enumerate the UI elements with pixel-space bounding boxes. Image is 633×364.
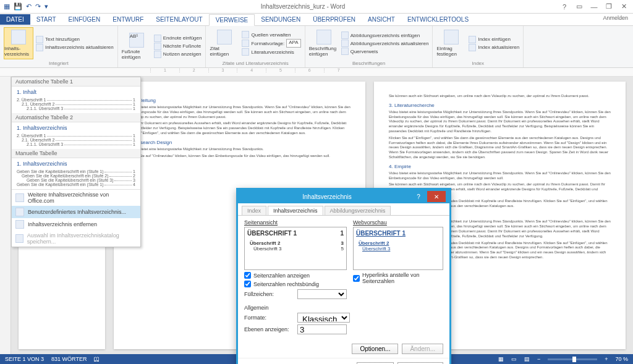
restore-icon[interactable]: ❐ [602,1,616,12]
page-indicator[interactable]: SEITE 1 VON 3 [5,356,44,362]
add-text-button[interactable]: Text hinzufügen [36,36,114,43]
tab-datei[interactable]: DATEI [0,14,30,25]
tab-ansicht[interactable]: ANSICHT [362,14,401,25]
ruler: ⋮ 1 ⋮ 2 ⋮ 3 ⋮ 4 ⋮ 5 ⋮ 6 ⋮ 7 [0,68,633,77]
modify-button: Ändern... [402,344,443,354]
undo-icon[interactable]: ↶ [26,2,32,11]
web-preview-box: ÜBERSCHRIFT 1 Überschrift 2 Überschrift … [353,227,443,270]
custom-toc-icon [15,208,24,216]
tab-entwickler[interactable]: ENTWICKLERTOOLS [401,14,475,25]
levels-spinner[interactable] [297,324,347,334]
word-icon: ▦ [4,2,10,11]
tab-sendungen[interactable]: SENDUNGEN [255,14,307,25]
next-footnote-button[interactable]: Nächste Fußnote [154,43,202,50]
word-count[interactable]: 831 WÖRTER [51,356,87,362]
group-label-toc: Integriert [4,59,114,66]
ribbon-tabs: DATEI START EINFÜGEN ENTWURF SEITENLAYOU… [0,14,633,26]
dlg-tab-fig[interactable]: Abbildungsverzeichnis [325,206,391,215]
custom-toc-item[interactable]: Benutzerdefiniertes Inhaltsverzeichnis..… [12,206,140,218]
zoom-value[interactable]: 70 % [615,356,628,362]
remove-toc-item[interactable]: Inhaltsverzeichnis entfernen [12,218,140,231]
toc-dialog: Inhaltsverzeichnis ? ✕ Index Inhaltsverz… [236,188,451,364]
caption-button[interactable]: Beschriftung einfügen [309,27,339,59]
gallery-header-auto2: Automatische Tabelle 2 [12,113,140,122]
style-combo[interactable]: Formatvorlage: APA [242,39,300,48]
left-margin-bar [0,77,11,354]
redo-icon[interactable]: ↷ [35,2,41,11]
dlg-tab-toc[interactable]: Inhaltsverzeichnis [268,206,323,215]
window-title: Inhaltsverzeichnis_kurz - Word [48,3,558,10]
fillchar-select[interactable] [297,289,347,299]
gallery-header-auto1: Automatische Tabelle 1 [12,77,140,87]
crossref-button[interactable]: Querverweis [341,48,429,55]
titlebar: ▦ 💾 ↶ ↷ ▾ Inhaltsverzeichnis_kurz - Word… [0,0,633,14]
dialog-close-icon[interactable]: ✕ [427,191,446,202]
insert-fig-list-button[interactable]: Abbildungsverzeichnis einfügen [341,32,429,39]
show-notes-button[interactable]: Notizen anzeigen [154,51,202,58]
quick-access-toolbar: ▦ 💾 ↶ ↷ ▾ [0,2,48,11]
sign-in-link[interactable]: Anmelden [603,15,628,21]
manage-sources-button[interactable]: Quellen verwalten [242,31,300,38]
update-fig-list-button[interactable]: Abbildungsverzeichnis aktualisieren [341,40,429,47]
bibliography-button[interactable]: Literaturverzeichnis [242,48,300,56]
formats-select[interactable]: Klassisch [297,313,350,323]
index-icon [444,30,459,44]
more-toc-office-item[interactable]: Weitere Inhaltsverzeichnisse von Office.… [12,190,140,206]
toc-icon [11,30,26,44]
insert-index-button[interactable]: Index einfügen [469,36,519,43]
mark-entry-button[interactable]: Eintrag festlegen [436,27,466,59]
toc-gallery-dropdown: Automatische Tabelle 1 1. Inhalt 2. Über… [11,77,141,247]
ribbon-display-icon[interactable]: ▭ [572,1,586,12]
chk-hyperlinks[interactable] [353,275,360,282]
options-button[interactable]: Optionen... [352,344,398,354]
help-icon[interactable]: ? [558,1,571,12]
web-preview-label: Webvorschau [353,219,443,226]
citation-icon [217,30,232,44]
gallery-item-manual[interactable]: 1. Inhaltsverzeichnis Geben Sie die Kapi… [12,158,140,189]
gallery-header-manual: Manuelle Tabelle [12,149,140,158]
tab-verweise[interactable]: VERWEISE [209,14,255,26]
update-index-button[interactable]: Index aktualisieren [469,44,519,51]
tab-ueberpruefen[interactable]: ÜBERPRÜFEN [307,14,362,25]
tab-seitenlayout[interactable]: SEITENLAYOUT [150,14,208,25]
endnote-button[interactable]: Endnote einfügen [154,35,202,42]
workspace: Automatische Tabelle 1 1. Inhalt 2. Über… [0,77,633,354]
ribbon: Inhalts- verzeichnis Text hinzufügen Inh… [0,26,633,68]
language-icon[interactable]: 🕮 [94,356,100,362]
save-gallery-icon [15,234,23,243]
tab-entwurf[interactable]: ENTWURF [106,14,150,25]
save-selection-item: Auswahl im Inhaltsverzeichniskatalog spe… [12,231,140,247]
zoom-in-icon[interactable]: + [605,356,608,362]
remove-icon [15,220,24,229]
print-preview-box: ÜBERSCHRIFT 11 Überschrift 23 Überschrif… [244,227,347,270]
print-preview-label: Seitenansicht [244,219,347,226]
dlg-tab-index[interactable]: Index [242,206,266,215]
view-web-icon[interactable]: ▤ [524,356,530,362]
view-print-icon[interactable]: ▦ [498,356,504,362]
caption-icon [316,30,331,44]
gallery-item-auto2[interactable]: 1. Inhaltsverzeichnis 2. Überschrift 11 … [12,122,140,149]
tab-einfuegen[interactable]: EINFÜGEN [62,14,107,25]
dialog-help-icon[interactable]: ? [412,193,425,200]
zoom-out-icon[interactable]: − [537,356,540,362]
footnote-button[interactable]: AB¹Fußnote einfügen [122,27,151,65]
minimize-icon[interactable]: — [587,1,601,12]
close-icon[interactable]: ✕ [617,1,631,12]
chk-pagenums[interactable] [244,272,251,279]
chk-rightalign[interactable] [244,281,251,287]
dialog-title: Inhaltsverzeichnis [242,193,412,200]
zoom-slider[interactable] [548,358,597,360]
update-toc-button[interactable]: Inhaltsverzeichnis aktualisieren [36,44,114,51]
tab-start[interactable]: START [30,14,62,25]
view-read-icon[interactable]: ▭ [511,356,517,362]
footnote-icon: AB¹ [129,33,144,48]
gallery-item-auto1[interactable]: 1. Inhalt 2. Überschrift 11 2.1. Übersch… [12,87,140,113]
toc-button[interactable]: Inhalts- verzeichnis [4,27,33,59]
citation-button[interactable]: Zitat einfügen [210,27,239,59]
save-icon[interactable]: 💾 [14,2,22,11]
globe-icon [15,193,24,202]
general-label: Allgemein [244,305,443,311]
